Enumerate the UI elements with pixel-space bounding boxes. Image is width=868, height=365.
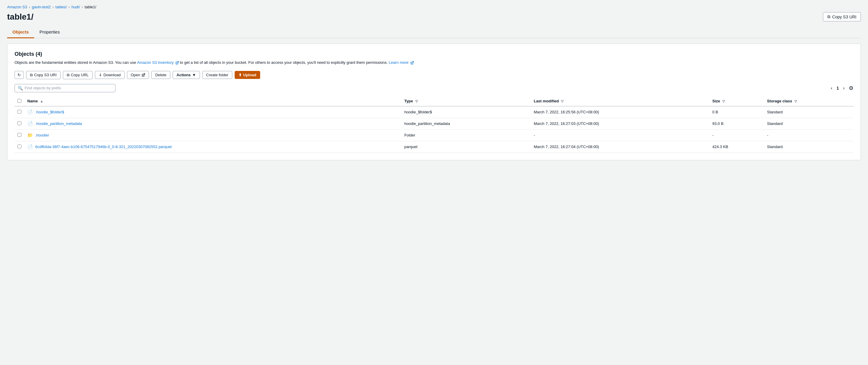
row2-storage-class-cell: Standard: [764, 118, 854, 129]
row4-name-link[interactable]: 6cdf64da-36f7-4aec-b106-67547517946b-0_0…: [35, 145, 172, 149]
row3-storage-class-cell: -: [764, 129, 854, 141]
upload-label: Upload: [243, 73, 256, 77]
row1-size-cell: 0 B: [709, 106, 764, 118]
row3-size-cell: -: [709, 129, 764, 141]
breadcrumb-sep-1: ›: [29, 5, 30, 9]
name-sort-icon: ▲: [40, 99, 43, 103]
file-icon: 📄: [27, 110, 33, 115]
download-button[interactable]: ⇓ Download: [95, 71, 125, 79]
type-sort-icon: ▽: [415, 99, 418, 103]
row2-size-cell: 93.0 B: [709, 118, 764, 129]
copy-url-label: Copy URL: [71, 73, 89, 77]
desc-text-1: Objects are the fundamental entities sto…: [14, 60, 137, 65]
row3-name-link[interactable]: .hoodie/: [35, 133, 49, 138]
header-copy-s3-uri-button[interactable]: ⧉ Copy S3 URI: [823, 12, 861, 21]
upload-button[interactable]: ⬆ Upload: [235, 71, 260, 79]
objects-section-desc: Objects are the fundamental entities sto…: [14, 60, 854, 66]
objects-section-title: Objects (4): [14, 51, 854, 57]
learn-more-link[interactable]: Learn more: [389, 60, 414, 65]
create-folder-button[interactable]: Create folder: [202, 71, 232, 79]
pagination-row: ‹ 1 › ⚙: [829, 85, 854, 91]
row4-storage-class-cell: Standard: [764, 141, 854, 153]
row4-checkbox-cell: [14, 141, 24, 153]
refresh-button[interactable]: ↻: [14, 71, 24, 79]
size-col-header[interactable]: Size ▽: [709, 96, 764, 106]
row4-size-cell: 424.3 KB: [709, 141, 764, 153]
row4-type-cell: parquet: [401, 141, 531, 153]
row2-checkbox[interactable]: [18, 121, 21, 125]
size-sort-icon: ▽: [722, 99, 725, 103]
breadcrumb-sep-2: ›: [53, 5, 54, 9]
breadcrumb-amazon-s3[interactable]: Amazon S3: [7, 5, 27, 9]
search-row: 🔍 ‹ 1 › ⚙: [14, 84, 854, 92]
breadcrumb-hudi[interactable]: hudi/: [71, 5, 80, 9]
copy-s3-uri-button[interactable]: ⧉ Copy S3 URI: [26, 71, 61, 79]
next-page-button[interactable]: ›: [841, 85, 846, 91]
row2-type-cell: hoodie_partition_metadata: [401, 118, 531, 129]
column-settings-icon[interactable]: ⚙: [849, 85, 854, 91]
copy-s3-icon: ⧉: [30, 73, 33, 78]
select-all-col: [14, 96, 24, 106]
table-header-row: Name ▲ Type ▽ Last modified ▽ Size ▽: [14, 96, 854, 106]
toolbar: ↻ ⧉ Copy S3 URI ⧉ Copy URL ⇓ Download Op…: [14, 71, 854, 79]
download-label: Download: [103, 73, 121, 77]
tab-properties[interactable]: Properties: [34, 26, 65, 38]
row4-name-cell: 📄 6cdf64da-36f7-4aec-b106-67547517946b-0…: [24, 141, 401, 153]
row4-last-modified-cell: March 7, 2022, 16:27:04 (UTC+08:00): [531, 141, 709, 153]
row1-name-link[interactable]: .hoodie_$folder$: [35, 110, 64, 114]
breadcrumb: Amazon S3 › gavin-test2 › tables/ › hudi…: [7, 5, 861, 9]
copy-url-button[interactable]: ⧉ Copy URL: [63, 71, 93, 79]
page-number: 1: [837, 86, 839, 91]
row4-checkbox[interactable]: [18, 145, 21, 148]
row1-checkbox-cell: [14, 106, 24, 118]
row1-name-cell: 📄 .hoodie_$folder$: [24, 106, 401, 118]
tab-objects[interactable]: Objects: [7, 26, 34, 38]
row3-name-cell: 📁 .hoodie/: [24, 129, 401, 141]
select-all-checkbox[interactable]: [18, 99, 21, 103]
prev-page-button[interactable]: ‹: [829, 85, 834, 91]
breadcrumb-gavin-test2[interactable]: gavin-test2: [32, 5, 51, 9]
search-icon: 🔍: [18, 86, 23, 91]
s3-inventory-link[interactable]: Amazon S3 inventory: [137, 60, 179, 65]
actions-button[interactable]: Actions ▼: [173, 71, 200, 79]
type-col-header[interactable]: Type ▽: [401, 96, 531, 106]
folder-icon: 📁: [27, 133, 33, 138]
page-wrapper: Amazon S3 › gavin-test2 › tables/ › hudi…: [0, 0, 868, 365]
row2-name-link[interactable]: .hoodie_partition_metadata: [35, 121, 82, 126]
row3-checkbox[interactable]: [18, 133, 21, 137]
row2-name-cell: 📄 .hoodie_partition_metadata: [24, 118, 401, 129]
desc-text-2: to get a list of all objects in your buc…: [179, 60, 389, 65]
search-box: 🔍: [14, 84, 115, 92]
upload-icon: ⬆: [239, 73, 242, 77]
header-copy-s3-uri-label: Copy S3 URI: [832, 14, 857, 19]
download-icon: ⇓: [99, 73, 102, 77]
actions-label: Actions: [177, 73, 191, 77]
copy-icon: ⧉: [827, 14, 830, 19]
file-icon: 📄: [27, 121, 33, 126]
row3-type-cell: Folder: [401, 129, 531, 141]
external-link-icon: [142, 73, 145, 77]
storage-class-sort-icon: ▽: [795, 99, 797, 103]
create-folder-label: Create folder: [206, 73, 228, 77]
refresh-icon: ↻: [18, 73, 21, 77]
delete-label: Delete: [155, 73, 166, 77]
open-button[interactable]: Open: [127, 71, 149, 79]
row2-checkbox-cell: [14, 118, 24, 129]
breadcrumb-table1: table1/: [85, 5, 96, 9]
delete-button[interactable]: Delete: [151, 71, 170, 79]
copy-s3-uri-label: Copy S3 URI: [34, 73, 57, 77]
last-modified-col-header[interactable]: Last modified ▽: [531, 96, 709, 106]
row1-checkbox[interactable]: [18, 110, 21, 114]
table-row: 📄 .hoodie_$folder$ hoodie_$folder$ March…: [14, 106, 854, 118]
open-label: Open: [131, 73, 140, 77]
table-row: 📄 6cdf64da-36f7-4aec-b106-67547517946b-0…: [14, 141, 854, 153]
breadcrumb-tables[interactable]: tables/: [56, 5, 67, 9]
actions-chevron-icon: ▼: [192, 73, 196, 77]
copy-url-icon: ⧉: [67, 73, 69, 78]
row1-last-modified-cell: March 7, 2022, 16:25:56 (UTC+08:00): [531, 106, 709, 118]
table-row: 📄 .hoodie_partition_metadata hoodie_part…: [14, 118, 854, 129]
search-input[interactable]: [25, 86, 112, 90]
name-col-header[interactable]: Name ▲: [24, 96, 401, 106]
table-row: 📁 .hoodie/ Folder - - -: [14, 129, 854, 141]
storage-class-col-header[interactable]: Storage class ▽: [764, 96, 854, 106]
